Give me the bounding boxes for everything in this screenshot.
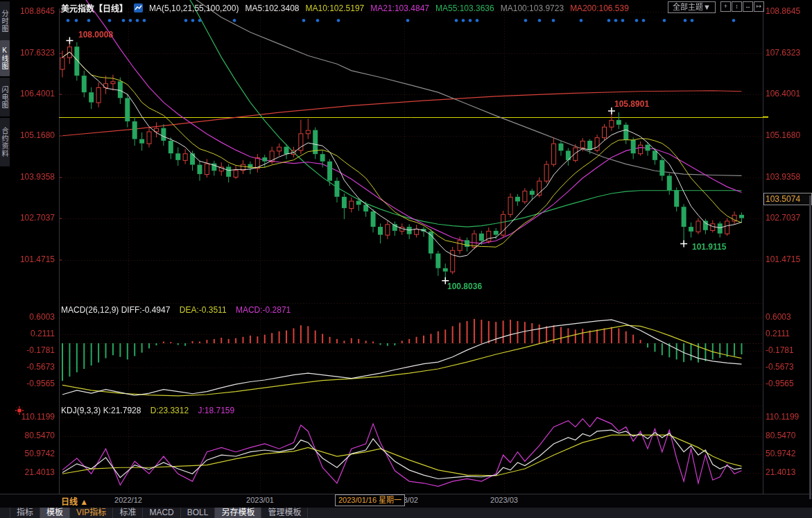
ma55-value: MA55:103.3636 (435, 3, 494, 13)
macd-axis-label: 0.2111 (0, 329, 55, 339)
ma100-value: MA100:103.9723 (501, 3, 564, 13)
macd-axis-label: -0.9565 (766, 379, 811, 389)
candlestick-mini-icon[interactable] (134, 3, 143, 12)
pan-tool-icon[interactable]: + (720, 1, 731, 12)
kdj-axis-label: 21.4013 (0, 467, 55, 478)
macd-axis-label: 0.2111 (766, 329, 811, 339)
period-selector[interactable]: 日线 ▲ (61, 495, 88, 507)
crosshair-date-box: 2023/01/16 星期一 (335, 494, 405, 506)
macd-title: MACD(26,12,9) DIFF:-0.4947 (61, 305, 170, 315)
kdj-axis-label: 50.9742 (766, 449, 811, 459)
low-price-annotation: 100.8036 (447, 282, 482, 291)
kdj-axis-label: 80.5470 (766, 431, 811, 441)
macd-macd-value: MACD:-0.2871 (236, 305, 291, 315)
price-axis-label: 106.4001 (766, 89, 811, 99)
swing-high-annotation: 105.8901 (614, 99, 649, 109)
macd-axis-label: -0.1781 (0, 345, 55, 356)
price-axis-label: 108.8645 (0, 6, 55, 17)
zoom-horizontal-icon[interactable]: ↔ (743, 1, 753, 12)
symbol-title: 美元指数【日线】 (61, 2, 128, 14)
kdj-title: KDJ(9,3,3) K:21.7928 (61, 406, 141, 415)
ma-settings-label[interactable]: MA(5,10,21,55,100,200) (149, 3, 239, 13)
ma10-value: MA10:102.5197 (306, 3, 365, 13)
date-tick: 2023/01 (246, 496, 274, 504)
price-axis-label: 107.6323 (0, 48, 55, 58)
price-axis-label: 101.4715 (0, 254, 55, 265)
price-axis-label: 107.6323 (766, 48, 811, 58)
kdj-axis-label: 110.1199 (766, 412, 811, 422)
kdj-axis-label: 110.1199 (0, 412, 55, 422)
ma21-value: MA21:103.4847 (370, 3, 429, 13)
macd-dea-value: DEA:-0.3511 (180, 305, 227, 315)
scrollbar-thumb[interactable] (809, 196, 811, 499)
high-price-annotation: 108.0008 (78, 30, 113, 40)
tab-boll[interactable]: BOLL (181, 508, 216, 518)
last-price-tag: 103.5074 (763, 193, 812, 205)
shift-right-icon[interactable]: ↦ (754, 1, 764, 12)
macd-axis-label: -0.1781 (766, 345, 811, 356)
sidebar-item-contract-info[interactable]: 合约资料 (0, 118, 10, 166)
macd-axis-label: -0.5673 (0, 362, 55, 372)
kdj-axis-label: 21.4013 (766, 467, 811, 478)
tab-standard[interactable]: 标准 (113, 508, 143, 518)
price-axis-label: 105.1680 (766, 130, 811, 141)
swing-low-annotation: 101.9115 (692, 242, 726, 252)
price-axis-label: 106.4001 (0, 89, 55, 99)
chart-header: 美元指数【日线】 MA(5,10,21,55,100,200) MA5:102.… (61, 2, 629, 14)
price-axis-label: 105.1680 (0, 130, 55, 141)
macd-panel-header[interactable]: MACD(26,12,9) DIFF:-0.4947 DEA:-0.3511 M… (61, 305, 291, 315)
tab-vip-indicators[interactable]: VIP指标 (70, 508, 113, 518)
macd-axis-label: -0.9565 (0, 379, 55, 389)
price-axis-label: 102.7037 (766, 213, 811, 223)
symbol-name: 美元指数 (61, 4, 94, 14)
tab-manage-templates[interactable]: 管理模板 (261, 508, 308, 518)
price-axis-label: 108.8645 (766, 6, 811, 17)
kdj-axis-label: 80.5470 (0, 431, 55, 441)
price-axis-label: 101.4715 (766, 254, 811, 265)
macd-axis-label: -0.5673 (766, 362, 811, 372)
indicator-toolbar: 指标 模板 VIP指标 标准 MACD BOLL 另存模板 管理模板 (0, 508, 812, 518)
price-axis-label: 103.9358 (0, 172, 55, 182)
period-tag: 【日线】 (94, 4, 128, 14)
kdj-j-value: J:18.7159 (198, 406, 234, 415)
trading-terminal-window: { "sidebar": { "items": [ {"label": "分时图… (0, 0, 812, 518)
tab-templates[interactable]: 模板 (40, 508, 70, 518)
tab-save-template[interactable]: 另存模板 (215, 508, 261, 518)
kdj-d-value: D:23.3312 (150, 406, 189, 415)
sidebar-item-candle-chart[interactable]: K线图 (0, 40, 10, 76)
price-axis-label: 103.9358 (766, 172, 811, 182)
date-tick: 2023/03 (490, 496, 518, 504)
tab-macd[interactable]: MACD (143, 508, 180, 518)
kdj-axis-label: 50.9742 (0, 449, 55, 459)
ma200-value: MA200:106.539 (570, 3, 629, 13)
macd-axis-label: 0.6003 (766, 312, 811, 322)
macd-axis-label: 0.6003 (0, 312, 55, 322)
zoom-vertical-icon[interactable]: ↕ (732, 1, 742, 12)
date-tick: 2022/12 (114, 496, 142, 504)
kdj-panel-header[interactable]: KDJ(9,3,3) K:21.7928 D:23.3312 J:18.7159 (61, 406, 234, 415)
price-chart-canvas[interactable] (0, 0, 812, 518)
tab-indicators[interactable]: 指标 (10, 508, 40, 518)
all-themes-dropdown[interactable]: 全部主题▼ (668, 1, 716, 13)
price-axis-label: 102.7037 (0, 213, 55, 223)
ma5-value: MA5:102.3408 (245, 3, 299, 13)
